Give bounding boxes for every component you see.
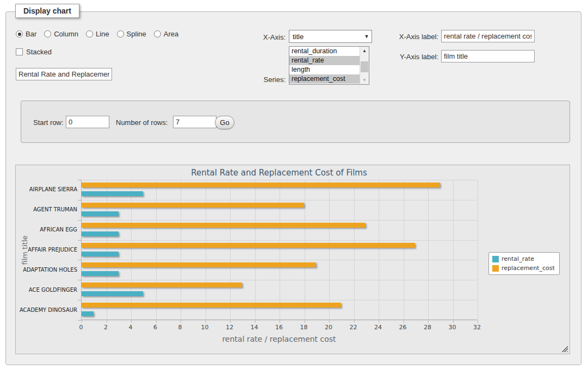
x-tick-label: 12 [219, 324, 240, 331]
gridline [82, 240, 477, 241]
scrollbar-track[interactable] [360, 55, 369, 76]
bar-rental_rate[interactable] [82, 252, 119, 256]
go-button[interactable]: Go [215, 116, 234, 129]
radio-area[interactable]: Area [154, 30, 178, 38]
resize-handle-icon[interactable] [562, 346, 568, 352]
plot-area: AIRPLANE SIERRAAGENT TRUMANAFRICAN EGGAF… [81, 180, 477, 320]
bar-replacement_cost[interactable] [82, 203, 304, 208]
radio-label: Column [54, 30, 78, 38]
radio-spline[interactable]: Spline [117, 30, 146, 38]
chart-title-input[interactable] [16, 68, 112, 80]
y-tick-mark [78, 220, 82, 221]
gridline [404, 180, 404, 319]
y-tick-mark [78, 180, 82, 180]
scrollbar-thumb[interactable] [361, 61, 368, 72]
radio-label: Area [164, 30, 178, 38]
series-select-label: Series: [239, 76, 286, 84]
radio-button-icon[interactable] [154, 30, 161, 37]
category-label: AFRICAN EGG [13, 227, 77, 233]
fieldset-title: Display chart [15, 4, 79, 18]
category-label: ACE GOLDFINGER [13, 287, 77, 293]
category-label: AFFAIR PREJUDICE [13, 247, 77, 253]
bar-rental_rate[interactable] [82, 211, 119, 216]
legend-swatch-icon [492, 256, 499, 262]
gridline [82, 180, 477, 180]
series-option-replacement_cost[interactable]: replacement_cost [289, 74, 360, 84]
series-option-length[interactable]: length [289, 65, 360, 74]
legend-label: rental_rate [502, 255, 534, 262]
x-axis-label-input[interactable] [441, 30, 535, 42]
gridline [453, 180, 454, 319]
radio-line[interactable]: Line [86, 30, 109, 38]
stacked-row: Stacked [16, 48, 52, 56]
gridline [230, 180, 231, 319]
x-tick-mark [478, 320, 478, 323]
x-axis-select[interactable]: title ▼ [289, 30, 372, 43]
bar-replacement_cost[interactable] [82, 303, 341, 308]
x-axis-select-label: X-Axis: [239, 33, 286, 41]
x-axis-selected-value: title [289, 33, 362, 41]
radio-label: Spline [127, 30, 146, 38]
number-of-rows-label: Number of rows: [116, 118, 168, 127]
bar-rental_rate[interactable] [82, 231, 119, 236]
x-tick-label: 2 [95, 324, 117, 331]
bar-replacement_cost[interactable] [82, 183, 440, 187]
radio-column[interactable]: Column [44, 30, 78, 38]
bar-rental_rate[interactable] [82, 291, 143, 296]
x-tick-label: 18 [293, 324, 315, 331]
series-scrollbar[interactable]: ▲ ▼ [360, 47, 369, 84]
bar-rental_rate[interactable] [82, 191, 143, 196]
radio-label: Bar [26, 30, 36, 38]
radio-button-icon[interactable] [86, 30, 93, 37]
gridline [255, 180, 256, 319]
start-row-input[interactable] [66, 116, 109, 128]
bar-rental_rate[interactable] [82, 311, 94, 316]
bar-replacement_cost[interactable] [82, 283, 242, 287]
gridline [280, 180, 280, 319]
y-tick-mark [78, 300, 82, 300]
gridline [131, 180, 132, 319]
gridline [354, 180, 355, 319]
category-label: ADAPTATION HOLES [13, 267, 77, 273]
x-tick-label: 30 [442, 324, 463, 331]
scrollbar-up-icon[interactable]: ▲ [360, 47, 369, 55]
legend-swatch-icon [492, 265, 499, 272]
x-tick-label: 20 [318, 324, 339, 331]
legend-item-rental_rate[interactable]: rental_rate [492, 255, 555, 262]
x-tick-label: 4 [120, 324, 141, 331]
x-tick-label: 0 [70, 324, 92, 331]
radio-button-icon[interactable] [16, 30, 23, 37]
category-label: AIRPLANE SIERRA [13, 186, 77, 192]
bar-replacement_cost[interactable] [82, 243, 415, 248]
chart-type-radio-group: BarColumnLineSplineArea [16, 30, 178, 38]
category-label: AGENT TRUMAN [13, 206, 77, 212]
radio-button-icon[interactable] [44, 30, 51, 37]
series-option-rental_rate[interactable]: rental_rate [289, 56, 360, 65]
series-multiselect[interactable]: rental_durationrental_ratelengthreplacem… [289, 46, 369, 85]
number-of-rows-input[interactable] [173, 116, 216, 128]
row-range-panel: Start row: Number of rows: Go [21, 101, 570, 143]
scrollbar-down-icon[interactable]: ▼ [360, 76, 369, 84]
stacked-checkbox[interactable] [16, 48, 23, 55]
radio-button-icon[interactable] [117, 30, 124, 37]
bar-rental_rate[interactable] [82, 271, 119, 276]
gridline [206, 180, 206, 319]
gridline [82, 320, 477, 321]
legend-item-replacement_cost[interactable]: replacement_cost [492, 265, 555, 272]
chart-title: Rental Rate and Replacement Cost of Film… [81, 168, 477, 178]
y-tick-mark [78, 320, 82, 321]
gridline [329, 180, 330, 319]
chart-legend: rental_ratereplacement_cost [488, 252, 560, 275]
chart-container: Rental Rate and Replacement Cost of Film… [15, 165, 570, 354]
x-tick-label: 14 [244, 324, 265, 331]
bar-replacement_cost[interactable] [82, 262, 316, 267]
series-option-rental_duration[interactable]: rental_duration [289, 47, 360, 56]
x-tick-label: 10 [194, 324, 216, 331]
bar-replacement_cost[interactable] [82, 223, 366, 228]
radio-label: Line [96, 30, 109, 38]
radio-bar[interactable]: Bar [16, 30, 36, 38]
y-axis-label-input[interactable] [441, 50, 535, 62]
x-tick-label: 16 [268, 324, 290, 331]
y-tick-mark [78, 240, 82, 241]
category-label: ACADEMY DINOSAUR [13, 307, 77, 313]
